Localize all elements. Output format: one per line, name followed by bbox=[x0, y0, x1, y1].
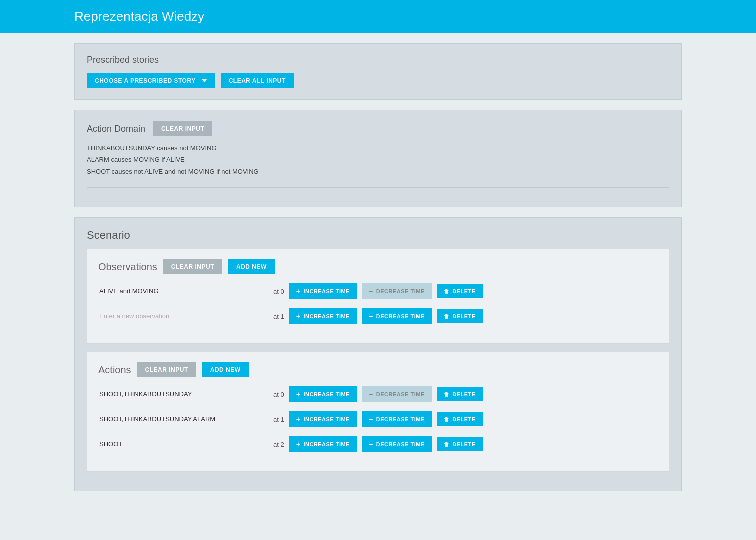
actions-card: Actions CLEAR INPUT ADD NEW at 0 + INCRE… bbox=[87, 352, 669, 472]
observation-input-1[interactable] bbox=[98, 286, 268, 298]
action-domain-line-2: ALARM causes MOVING if ALIVE bbox=[87, 154, 669, 166]
observation-delete-button-1[interactable]: 🗑 DELETE bbox=[437, 284, 483, 298]
scenario-title: Scenario bbox=[87, 229, 669, 242]
observation-at-label-1: at 0 bbox=[273, 288, 284, 296]
action-decrease-time-button-2[interactable]: − DECREASE TIME bbox=[362, 412, 432, 428]
prescribed-stories-card: Prescribed stories CHOOSE A PRESCRIBED S… bbox=[74, 44, 682, 100]
observations-add-new-button[interactable]: ADD NEW bbox=[228, 260, 275, 274]
plus-icon-a2: + bbox=[296, 416, 301, 424]
action-row-1: at 0 + INCREASE TIME − DECREASE TIME 🗑 D… bbox=[98, 386, 658, 402]
minus-icon-2: − bbox=[369, 312, 373, 320]
action-domain-card: Action Domain CLEAR INPUT THINKABOUTSUND… bbox=[74, 110, 682, 208]
action-delete-button-1[interactable]: 🗑 DELETE bbox=[437, 388, 483, 402]
action-domain-clear-input-button[interactable]: CLEAR INPUT bbox=[153, 122, 212, 136]
action-domain-content: THINKABOUTSUNDAY causes not MOVING ALARM… bbox=[87, 142, 669, 178]
action-increase-time-button-3[interactable]: + INCREASE TIME bbox=[289, 436, 357, 452]
minus-icon-a3: − bbox=[369, 440, 373, 448]
observation-row-2: at 1 + INCREASE TIME − DECREASE TIME 🗑 D… bbox=[98, 308, 658, 324]
actions-title: Actions bbox=[98, 364, 131, 376]
action-delete-button-2[interactable]: 🗑 DELETE bbox=[437, 412, 483, 426]
action-domain-line-3: SHOOT causes not ALIVE and not MOVING if… bbox=[87, 166, 669, 178]
action-input-2[interactable] bbox=[98, 414, 268, 426]
dropdown-arrow-icon bbox=[202, 80, 207, 82]
minus-icon-a2: − bbox=[369, 416, 373, 424]
observation-at-label-2: at 1 bbox=[273, 313, 284, 320]
action-row-2: at 1 + INCREASE TIME − DECREASE TIME 🗑 D… bbox=[98, 412, 658, 428]
observation-input-2[interactable] bbox=[98, 310, 268, 322]
choose-prescribed-story-button[interactable]: CHOOSE A PRESCRIBED STORY bbox=[87, 74, 215, 88]
action-at-label-2: at 1 bbox=[273, 416, 284, 424]
action-delete-button-3[interactable]: 🗑 DELETE bbox=[437, 438, 483, 452]
plus-icon-a1: + bbox=[296, 390, 301, 398]
app-title: Reprezentacja Wiedzy bbox=[74, 9, 682, 24]
scenario-card: Scenario Observations CLEAR INPUT ADD NE… bbox=[74, 218, 682, 492]
observation-delete-button-2[interactable]: 🗑 DELETE bbox=[437, 310, 483, 324]
trash-icon-a3: 🗑 bbox=[444, 442, 450, 448]
clear-all-input-button[interactable]: CLEAR ALL INPUT bbox=[221, 74, 294, 88]
observation-decrease-time-button-2[interactable]: − DECREASE TIME bbox=[362, 308, 432, 324]
trash-icon-a2: 🗑 bbox=[444, 416, 450, 422]
plus-icon-1: + bbox=[296, 288, 301, 296]
plus-icon-a3: + bbox=[296, 440, 301, 448]
action-row-3: at 2 + INCREASE TIME − DECREASE TIME 🗑 D… bbox=[98, 436, 658, 452]
trash-icon-2: 🗑 bbox=[444, 314, 450, 320]
trash-icon-a1: 🗑 bbox=[444, 392, 450, 398]
plus-icon-2: + bbox=[296, 312, 301, 320]
observation-increase-time-button-1[interactable]: + INCREASE TIME bbox=[289, 284, 357, 300]
action-increase-time-button-1[interactable]: + INCREASE TIME bbox=[289, 386, 357, 402]
prescribed-stories-title: Prescribed stories bbox=[87, 55, 669, 66]
trash-icon-1: 🗑 bbox=[444, 288, 450, 294]
actions-clear-input-button[interactable]: CLEAR INPUT bbox=[137, 362, 196, 378]
action-at-label-1: at 0 bbox=[273, 391, 284, 398]
observation-decrease-time-button-1: − DECREASE TIME bbox=[362, 284, 432, 300]
action-at-label-3: at 2 bbox=[273, 441, 284, 448]
observations-clear-input-button[interactable]: CLEAR INPUT bbox=[163, 260, 222, 274]
minus-icon-1: − bbox=[369, 288, 373, 296]
observations-title: Observations bbox=[98, 262, 157, 273]
action-decrease-time-button-3[interactable]: − DECREASE TIME bbox=[362, 436, 432, 452]
minus-icon-a1: − bbox=[369, 390, 373, 398]
observation-row-1: at 0 + INCREASE TIME − DECREASE TIME 🗑 D… bbox=[98, 284, 658, 300]
action-increase-time-button-2[interactable]: + INCREASE TIME bbox=[289, 412, 357, 428]
observations-card: Observations CLEAR INPUT ADD NEW at 0 + … bbox=[87, 249, 669, 344]
actions-add-new-button[interactable]: ADD NEW bbox=[202, 362, 249, 378]
action-domain-line-1: THINKABOUTSUNDAY causes not MOVING bbox=[87, 142, 669, 154]
app-header: Reprezentacja Wiedzy bbox=[0, 0, 756, 34]
action-domain-title: Action Domain bbox=[87, 124, 145, 134]
action-input-3[interactable] bbox=[98, 438, 268, 450]
action-input-1[interactable] bbox=[98, 388, 268, 400]
observation-increase-time-button-2[interactable]: + INCREASE TIME bbox=[289, 308, 357, 324]
action-decrease-time-button-1: − DECREASE TIME bbox=[362, 386, 432, 402]
